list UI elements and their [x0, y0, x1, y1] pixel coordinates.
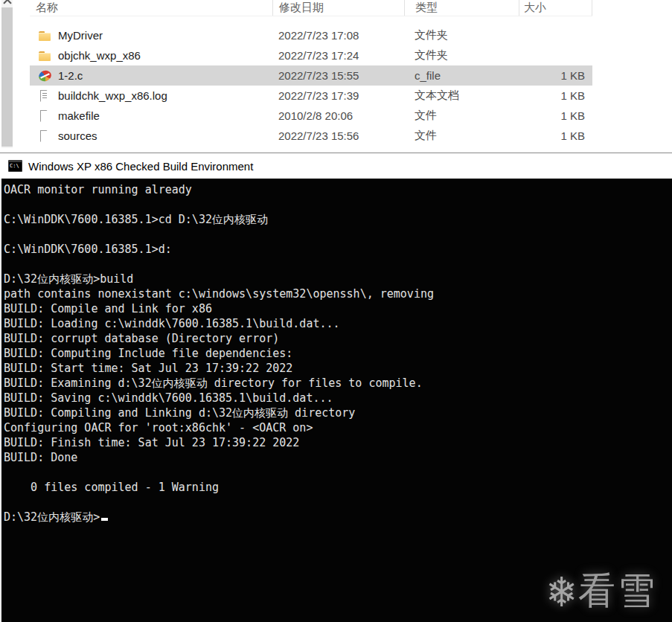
file-list: 名称 修改日期 类型 大小 MyDriver 2022/7/23 17:08 文…	[30, 0, 592, 146]
file-type: 文本文档	[404, 89, 519, 103]
terminal-line: BUILD: Start time: Sat Jul 23 17:39:22 2…	[4, 361, 672, 376]
terminal-line	[4, 257, 672, 272]
terminal-line: D:\32位内核驱动>build	[4, 272, 672, 286]
terminal-line: BUILD: corrupt database (Directory error…	[4, 331, 672, 346]
watermark-text: 看雪	[578, 570, 657, 612]
file-date: 2022/7/23 17:08	[272, 29, 404, 42]
file-type: 文件	[404, 129, 519, 143]
file-date: 2022/7/23 17:24	[272, 49, 404, 62]
terminal-line: C:\WinDDK\7600.16385.1>cd D:\32位内核驱动	[4, 212, 672, 227]
file-size: 1 KB	[519, 129, 592, 142]
c-source-icon	[39, 70, 51, 82]
file-size: 1 KB	[519, 89, 592, 102]
column-header-type[interactable]: 类型	[404, 0, 519, 16]
file-type: 文件夹	[404, 28, 519, 42]
file-date: 2022/7/23 17:39	[272, 89, 404, 102]
column-header-size[interactable]: 大小	[519, 0, 592, 16]
file-row[interactable]: MyDriver 2022/7/23 17:08 文件夹	[30, 25, 592, 45]
file-name: makefile	[58, 109, 100, 122]
file-date: 2010/2/8 20:06	[272, 109, 404, 122]
file-row[interactable]: makefile 2010/2/8 20:06 文件 1 KB	[30, 106, 592, 126]
terminal-line: BUILD: Computing Include file dependenci…	[4, 346, 672, 361]
file-name: sources	[58, 129, 97, 142]
terminal-line	[4, 465, 672, 480]
terminal-titlebar[interactable]: Windows XP x86 Checked Build Environment	[0, 153, 672, 179]
scrollbar-thumb[interactable]	[1, 7, 13, 147]
file-size: 1 KB	[519, 109, 592, 122]
terminal-line: BUILD: Done	[4, 450, 672, 465]
scroll-up-icon[interactable]	[1, 0, 13, 6]
text-cursor	[101, 518, 108, 521]
file-row[interactable]: objchk_wxp_x86 2022/7/23 17:24 文件夹	[30, 45, 592, 65]
terminal-line: Configuring OACR for 'root:x86chk' - <OA…	[4, 420, 672, 435]
file-row-selected[interactable]: 1-2.c 2022/7/23 15:55 c_file 1 KB	[30, 65, 592, 86]
file-row[interactable]: sources 2022/7/23 15:56 文件 1 KB	[30, 126, 592, 146]
file-type: 文件夹	[404, 48, 519, 62]
terminal-line: BUILD: Examining d:\32位内核驱动 directory fo…	[4, 376, 672, 391]
folder-icon	[39, 30, 51, 42]
file-date: 2022/7/23 15:55	[272, 69, 404, 82]
generic-file-icon	[39, 110, 51, 122]
file-type: c_file	[404, 69, 519, 82]
terminal-line	[4, 227, 672, 242]
file-explorer-pane: 名称 修改日期 类型 大小 MyDriver 2022/7/23 17:08 文…	[0, 0, 672, 153]
window-title: Windows XP x86 Checked Build Environment	[28, 160, 253, 173]
folder-icon	[39, 50, 51, 62]
terminal-line	[4, 197, 672, 212]
terminal-line: C:\WinDDK\7600.16385.1>d:	[4, 242, 672, 257]
column-header-date[interactable]: 修改日期	[272, 0, 404, 16]
file-rows: MyDriver 2022/7/23 17:08 文件夹 objchk_wxp_…	[30, 25, 592, 146]
file-type: 文件	[404, 109, 519, 123]
file-name: objchk_wxp_x86	[58, 49, 141, 62]
terminal-window: Windows XP x86 Checked Build Environment…	[0, 153, 672, 622]
column-header-name[interactable]: 名称	[30, 0, 272, 16]
terminal-line: BUILD: Loading c:\winddk\7600.16385.1\bu…	[4, 316, 672, 331]
terminal-line: BUILD: Compiling and Linking d:\32位内核驱动 …	[4, 405, 672, 420]
cmd-icon[interactable]	[8, 160, 22, 172]
vertical-scrollbar[interactable]	[1, 0, 13, 148]
terminal-line: path contains nonexistant c:\windows\sys…	[4, 286, 672, 301]
terminal-prompt-line: D:\32位内核驱动>	[4, 510, 672, 525]
terminal-line: BUILD: Saving c:\winddk\7600.16385.1\bui…	[4, 391, 672, 405]
file-row[interactable]: buildchk_wxp_x86.log 2022/7/23 17:39 文本文…	[30, 86, 592, 106]
terminal-line	[4, 495, 672, 510]
generic-file-icon	[39, 130, 51, 142]
file-size: 1 KB	[519, 69, 592, 82]
column-header-row: 名称 修改日期 类型 大小	[30, 0, 592, 16]
file-date: 2022/7/23 15:56	[272, 129, 404, 142]
terminal-line: OACR monitor running already	[4, 182, 672, 197]
kanxue-watermark: ❄ 看雪	[548, 568, 657, 613]
snowflake-icon: ❄	[548, 568, 575, 613]
file-name: 1-2.c	[58, 69, 83, 82]
text-document-icon	[39, 90, 51, 102]
file-name: MyDriver	[58, 29, 103, 42]
terminal-line: BUILD: Compile and Link for x86	[4, 301, 672, 316]
terminal-screen[interactable]: OACR monitor running already C:\WinDDK\7…	[0, 179, 672, 622]
terminal-prompt: D:\32位内核驱动>	[4, 510, 100, 524]
file-name: buildchk_wxp_x86.log	[58, 89, 167, 102]
terminal-line: BUILD: Finish time: Sat Jul 23 17:39:22 …	[4, 435, 672, 450]
terminal-line: 0 files compiled - 1 Warning	[4, 480, 672, 495]
